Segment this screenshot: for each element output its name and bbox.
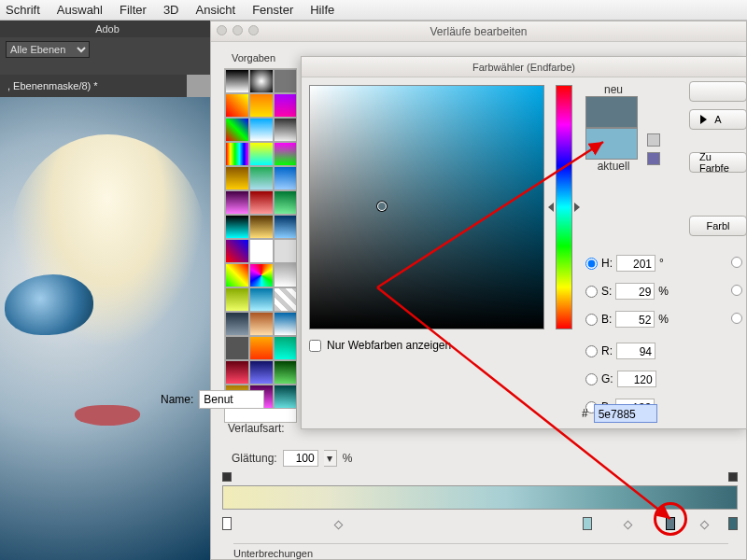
preset-swatch[interactable]: [249, 69, 274, 93]
preset-swatch[interactable]: [274, 287, 297, 312]
a-radio[interactable]: [731, 285, 742, 296]
preset-swatch[interactable]: [274, 215, 297, 239]
preset-swatch[interactable]: [249, 93, 274, 118]
gradient-name-input[interactable]: [199, 390, 264, 409]
gradient-editor-titlebar[interactable]: Verläufe bearbeiten: [211, 21, 746, 42]
web-colors-only[interactable]: Nur Webfarben anzeigen: [309, 339, 451, 352]
color-stop-1[interactable]: [222, 517, 232, 530]
add-to-swatches-button[interactable]: Zu Farbfe: [689, 152, 747, 173]
preset-swatch[interactable]: [225, 93, 249, 118]
r-value[interactable]: 94: [616, 343, 655, 359]
smoothness-input[interactable]: [283, 450, 318, 467]
s-label: S:: [601, 285, 612, 298]
document-tab[interactable]: , Ebenenmaske/8) *: [0, 75, 187, 97]
preset-swatch[interactable]: [249, 312, 274, 336]
menu-hilfe[interactable]: Hilfe: [310, 3, 334, 17]
preset-swatch[interactable]: [249, 360, 274, 385]
cancel-button[interactable]: A: [689, 109, 747, 130]
preset-swatch[interactable]: [225, 118, 249, 142]
preset-swatch[interactable]: [249, 239, 274, 263]
document-canvas[interactable]: [0, 97, 215, 560]
preset-swatch[interactable]: [274, 360, 297, 385]
h-value[interactable]: 201: [616, 255, 655, 272]
hex-input[interactable]: 5e7885: [594, 404, 657, 423]
s-radio[interactable]: [585, 286, 598, 298]
presets-label: Vorgaben: [232, 52, 275, 63]
r-row: R: 94: [585, 343, 655, 359]
gradient-ramp[interactable]: [222, 476, 738, 525]
preset-swatch[interactable]: [274, 312, 297, 336]
preset-swatch[interactable]: [225, 287, 249, 312]
layer-filter-dropdown[interactable]: Alle Ebenen: [6, 41, 90, 58]
preset-swatch[interactable]: [249, 263, 274, 287]
preset-swatch[interactable]: [225, 190, 249, 215]
g-label: G:: [601, 372, 613, 385]
current-color-swatch[interactable]: [585, 128, 638, 160]
preset-swatch[interactable]: [225, 312, 249, 336]
web-colors-checkbox[interactable]: [309, 340, 321, 352]
preset-swatch[interactable]: [274, 263, 297, 287]
preset-swatch[interactable]: [225, 69, 249, 93]
opacity-stop-right[interactable]: [728, 472, 738, 482]
cube-icon[interactable]: [647, 133, 660, 147]
opacity-stop-left[interactable]: [222, 472, 232, 482]
l-radio[interactable]: [731, 257, 742, 268]
new-color-swatch[interactable]: [585, 96, 638, 128]
preset-swatch[interactable]: [225, 263, 249, 287]
preset-swatch[interactable]: [225, 360, 249, 385]
smoothness-stepper[interactable]: ▾: [324, 450, 337, 467]
color-stop-2[interactable]: [583, 517, 592, 530]
g-value[interactable]: 120: [617, 371, 656, 387]
preset-swatch[interactable]: [249, 118, 274, 142]
preset-swatch[interactable]: [225, 142, 249, 166]
b-hsb-radio[interactable]: [585, 314, 598, 326]
hue-pointer-left[interactable]: [548, 203, 554, 212]
portrait-eyepatch: [5, 274, 93, 335]
menu-schrift[interactable]: Schrift: [6, 3, 40, 17]
color-libraries-button[interactable]: Farbl: [689, 216, 747, 236]
preset-swatch[interactable]: [225, 166, 249, 190]
hex-label: #: [582, 407, 588, 420]
preset-swatch[interactable]: [274, 142, 297, 166]
h-unit: °: [659, 257, 670, 270]
name-label: Name:: [161, 393, 193, 406]
bb-radio[interactable]: [731, 313, 742, 324]
preset-swatch[interactable]: [274, 385, 297, 409]
menu-3d[interactable]: 3D: [163, 3, 179, 17]
s-value[interactable]: 29: [615, 283, 655, 300]
h-radio[interactable]: [585, 258, 598, 270]
preset-swatch[interactable]: [225, 239, 249, 263]
nearest-websafe-swatch[interactable]: [647, 152, 660, 165]
preset-swatch[interactable]: [249, 142, 274, 166]
annotation-circle: [654, 502, 687, 536]
preset-swatch[interactable]: [249, 287, 274, 312]
preset-swatch[interactable]: [249, 336, 274, 360]
sv-cursor[interactable]: [377, 202, 387, 211]
hue-slider[interactable]: [556, 85, 572, 329]
r-radio[interactable]: [585, 345, 598, 357]
preset-swatch[interactable]: [249, 215, 274, 239]
b-hsb-value[interactable]: 52: [615, 311, 655, 328]
preset-swatch[interactable]: [274, 93, 297, 118]
menu-fenster[interactable]: Fenster: [252, 3, 293, 17]
preset-swatch[interactable]: [274, 118, 297, 142]
ok-button[interactable]: [689, 81, 747, 102]
menu-auswahl[interactable]: Auswahl: [57, 3, 103, 17]
saturation-value-field[interactable]: [309, 85, 544, 329]
preset-swatch[interactable]: [274, 166, 297, 190]
menu-ansicht[interactable]: Ansicht: [196, 3, 236, 17]
window-controls[interactable]: [217, 25, 259, 35]
preset-swatch[interactable]: [225, 215, 249, 239]
g-radio[interactable]: [585, 373, 598, 385]
preset-swatch[interactable]: [249, 190, 274, 215]
preset-swatch[interactable]: [274, 239, 297, 263]
color-stop-4[interactable]: [728, 517, 738, 530]
preset-swatch[interactable]: [274, 190, 297, 215]
preset-swatch[interactable]: [225, 336, 249, 360]
preset-swatch[interactable]: [274, 69, 297, 93]
menu-filter[interactable]: Filter: [120, 3, 147, 17]
preset-swatch[interactable]: [249, 166, 274, 190]
preset-swatch[interactable]: [274, 336, 297, 360]
presets-grid[interactable]: [224, 68, 297, 423]
hue-pointer-right[interactable]: [574, 203, 580, 212]
